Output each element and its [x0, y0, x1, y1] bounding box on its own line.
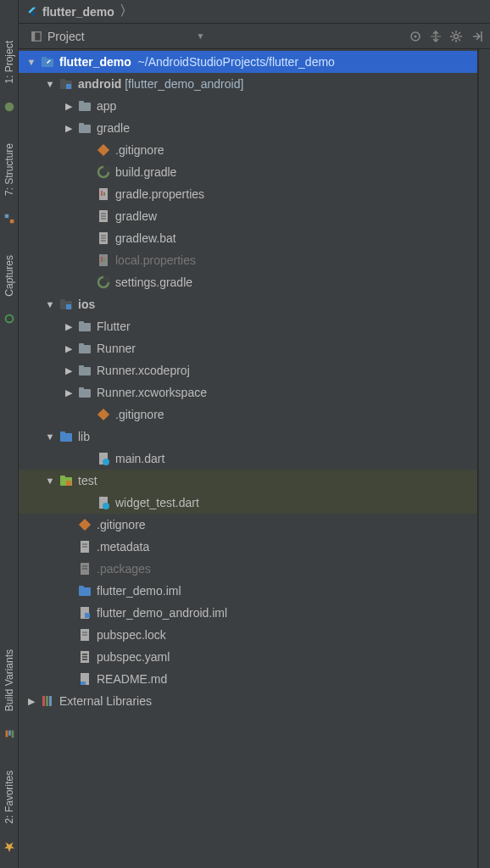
svg-rect-37: [101, 257, 103, 262]
left-gutter: 1: Project 7: Structure Captures Build V…: [0, 0, 19, 868]
svg-rect-80: [81, 682, 86, 685]
tree-file[interactable]: ▶ local.properties: [19, 249, 477, 271]
gitignore-icon: [97, 143, 110, 157]
tree-root[interactable]: ▼ flutter_demo ~/AndroidStudioProjects/f…: [19, 51, 477, 73]
tree-item-label: pubspec.yaml: [97, 650, 170, 664]
collapse-all-icon[interactable]: [429, 30, 443, 43]
tree-file[interactable]: ▶ .gitignore: [19, 403, 477, 426]
gutter-tab-project[interactable]: 1: Project: [2, 34, 17, 91]
module-folder-icon: [59, 77, 73, 91]
tree-folder[interactable]: ▶ Runner.xcworkspace: [19, 381, 477, 403]
tree-folder[interactable]: ▶ gradle: [19, 117, 477, 139]
tree-item-label: lib: [78, 430, 90, 443]
tree-file[interactable]: ▶ pubspec.yaml: [19, 646, 477, 668]
tree-item-label: Runner.xcodeproj: [97, 364, 190, 377]
tree-folder[interactable]: ▶ Runner.xcodeproj: [19, 359, 477, 381]
svg-rect-50: [79, 387, 84, 390]
tree-folder-lib[interactable]: ▼ lib: [19, 426, 477, 448]
tree-item-label: .gitignore: [115, 143, 164, 157]
svg-rect-61: [79, 519, 91, 531]
hide-icon[interactable]: [470, 30, 483, 43]
tree-folder[interactable]: ▶ app: [19, 95, 477, 117]
tree-file[interactable]: ▶ pubspec.lock: [19, 624, 477, 646]
iml-icon: [78, 584, 92, 598]
expand-arrow-icon[interactable]: ▶: [63, 343, 75, 354]
svg-point-55: [103, 459, 109, 465]
dart-folder-icon: [59, 430, 73, 443]
gutter-tab-variants-icon[interactable]: [2, 721, 17, 747]
gutter-tab-captures-icon[interactable]: [2, 306, 17, 331]
svg-rect-4: [11, 731, 14, 738]
tree-file[interactable]: ▶ .gitignore: [19, 139, 477, 161]
tree-folder-ios[interactable]: ▼ ios: [19, 293, 477, 315]
scrollbar-track[interactable]: [478, 49, 490, 868]
expand-arrow-icon[interactable]: ▶: [63, 321, 75, 332]
tree-file[interactable]: ▶ .metadata: [19, 536, 477, 558]
expand-arrow-icon[interactable]: ▼: [44, 476, 56, 486]
svg-rect-82: [46, 696, 48, 706]
svg-rect-83: [49, 696, 52, 706]
expand-arrow-icon[interactable]: ▶: [25, 696, 37, 707]
folder-icon: [78, 320, 92, 333]
tree-folder-test[interactable]: ▼ test: [19, 470, 477, 492]
expand-arrow-icon[interactable]: ▼: [44, 299, 56, 309]
gutter-tab-structure[interactable]: 7: Structure: [2, 136, 17, 203]
tree-file[interactable]: ▶ main.dart: [19, 448, 477, 470]
tree-folder[interactable]: ▶ Flutter: [19, 315, 477, 337]
tree-file[interactable]: ▶ gradle.properties: [19, 183, 477, 205]
expand-arrow-icon[interactable]: ▶: [63, 101, 75, 112]
gutter-tab-favorites-icon[interactable]: [2, 834, 17, 860]
svg-point-0: [4, 102, 14, 111]
properties-icon: [97, 187, 110, 201]
svg-rect-53: [60, 431, 65, 434]
svg-rect-2: [4, 214, 8, 217]
gutter-tab-structure-icon[interactable]: [2, 206, 17, 231]
gutter-tab-captures[interactable]: Captures: [2, 248, 17, 303]
tree-item-path: ~/AndroidStudioProjects/flutter_demo: [138, 55, 335, 69]
expand-arrow-icon[interactable]: ▶: [63, 123, 75, 134]
expand-arrow-icon[interactable]: ▶: [63, 365, 75, 376]
project-view-icon: [31, 31, 42, 42]
svg-rect-20: [79, 101, 84, 103]
chevron-down-icon: ▼: [197, 31, 205, 41]
tree-item-label: main.dart: [115, 452, 164, 465]
gutter-tab-android-icon[interactable]: [2, 94, 17, 120]
svg-rect-19: [79, 103, 91, 111]
tree-item-label: Flutter: [97, 320, 131, 333]
folder-icon: [78, 342, 92, 355]
expand-arrow-icon[interactable]: ▼: [25, 57, 37, 67]
project-tree[interactable]: ▼ flutter_demo ~/AndroidStudioProjects/f…: [19, 49, 478, 868]
expand-arrow-icon[interactable]: ▶: [63, 387, 75, 398]
gutter-tab-favorites[interactable]: 2: Favorites: [2, 764, 17, 831]
tree-folder[interactable]: ▶ Runner: [19, 337, 477, 359]
expand-arrow-icon[interactable]: ▼: [44, 79, 56, 89]
svg-rect-18: [66, 84, 71, 89]
scroll-to-source-icon[interactable]: [409, 30, 422, 43]
expand-arrow-icon[interactable]: ▼: [44, 431, 56, 442]
tree-file[interactable]: ▶ gradlew: [19, 205, 477, 227]
tree-item-label: .packages: [97, 562, 151, 576]
gear-icon[interactable]: [449, 30, 463, 43]
tree-file[interactable]: ▶ build.gradle: [19, 161, 477, 183]
chevron-right-icon: 〉: [120, 3, 133, 20]
flutter-module-icon: [41, 55, 54, 69]
tree-file[interactable]: ▶ flutter_demo_android.iml: [19, 602, 477, 624]
project-toolbar: Project ▼: [19, 24, 490, 49]
breadcrumb-project[interactable]: flutter_demo: [42, 5, 114, 19]
view-mode-dropdown[interactable]: Project ▼: [25, 28, 209, 45]
tree-item-label: build.gradle: [115, 165, 176, 179]
svg-rect-78: [82, 659, 87, 660]
text-file-icon: [78, 540, 92, 554]
tree-file[interactable]: ▶ widget_test.dart: [19, 492, 477, 514]
tree-file[interactable]: ▶ gradlew.bat: [19, 227, 477, 249]
tree-folder-android[interactable]: ▼ android [flutter_demo_android]: [19, 73, 477, 95]
dart-file-icon: [97, 496, 110, 509]
tree-file[interactable]: ▶ .gitignore: [19, 514, 477, 536]
tree-file[interactable]: ▶ flutter_demo.iml: [19, 580, 477, 602]
gutter-tab-build-variants[interactable]: Build Variants: [2, 643, 17, 718]
svg-rect-42: [66, 304, 71, 309]
tree-file[interactable]: ▶ .packages: [19, 558, 477, 580]
tree-external-libraries[interactable]: ▶ External Libraries: [19, 690, 477, 712]
tree-file[interactable]: ▶ README.md: [19, 668, 477, 690]
tree-file[interactable]: ▶ settings.gradle: [19, 271, 477, 293]
